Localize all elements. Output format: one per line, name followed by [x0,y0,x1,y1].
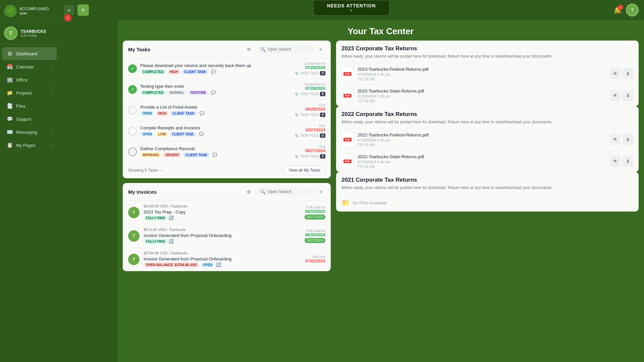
tasks-search-input[interactable] [268,47,309,52]
invoices-sort-button[interactable]: ≡ [316,187,325,196]
view-file-button[interactable]: 👁 [610,156,621,167]
file-meta: 07/29/2024 5:46 pm [358,160,606,164]
edit-profile-link[interactable]: Edit Profile [21,34,46,38]
tasks-search-box[interactable]: 🔍 [256,45,313,54]
invoice-tags: FULLY PAID 🔄 [144,216,301,221]
search-icon: 🔍 [260,189,266,194]
sidebar-item-messaging[interactable]: ✉️ Messaging › [2,126,57,138]
view-all-tasks-button[interactable]: View all My Tasks [284,166,325,175]
refresh-icon[interactable]: 🔄 [169,216,174,221]
sidebar-item-files[interactable]: 📄 Files [2,100,57,112]
invoices-filter-button[interactable]: ⚙ [244,187,254,196]
paperclip-icon: 📎 [294,71,299,75]
view-file-button[interactable]: 👁 [610,68,621,79]
file-name: 2023-Tsarbucks-Federal-Returns.pdf [358,67,606,72]
task-name: Testing type then enter [140,84,291,89]
task-checkbox[interactable] [128,106,137,115]
refresh-icon[interactable]: 🔄 [216,262,221,267]
file-info: 2022-Tsarbucks-Federal-Returns.pdf 07/29… [358,132,606,147]
tasks-filter-button[interactable]: ⚙ [244,45,254,54]
task-date-label: Due [294,145,325,148]
invoices-card-header: My Invoices ⚙ 🔍 ≡ [123,183,331,201]
collapse-sidebar-button[interactable]: « [64,5,74,15]
chevron-right-icon: › [51,78,52,82]
logo-area: 🌿 ACCOMPLISHED cpas [0,0,59,22]
task-date: 07/29/2024 [294,86,325,91]
download-file-button[interactable]: ⬇ [623,134,633,145]
task-files: 📎 TASK FILES 0 [294,92,325,96]
task-date: 09/27/2024 [294,148,325,153]
add-button[interactable]: + [77,4,89,16]
task-name: Gather Compliance Records [140,146,291,151]
task-tags: COMPLETEDNORMALFEATURE 💬 [140,90,291,95]
task-row[interactable]: Gather Compliance Records WORKINGURGENTC… [123,141,331,162]
support-icon: 💬 [7,116,13,122]
invoice-tag: FULLY PAID [144,239,167,244]
sidebar-item-office[interactable]: 🏢 Office › [2,73,57,86]
invoice-amount: $514.80 USD • Tsarbucks [144,228,301,232]
download-file-button[interactable]: ⬇ [623,156,633,167]
invoice-status-label: Past due [305,255,325,259]
needs-attention-banner[interactable]: NEEDS ATTENTION ▾ [313,0,390,16]
profile-section[interactable]: T TSARBUCKS Edit Profile [0,22,59,44]
download-file-button[interactable]: ⬇ [623,90,633,101]
file-size: 737.82 KB [358,77,606,81]
task-tag: HIGH [167,69,180,74]
sidebar-item-projects[interactable]: 📁 Projects › [2,86,57,99]
file-actions: 👁 ⬇ [610,68,633,79]
invoice-row[interactable]: T $514.80 USD • Tsarbucks Invoice Genera… [123,224,331,248]
invoices-search-input[interactable] [268,189,309,194]
sidebar-item-calendar[interactable]: 📅 Calendar › [2,60,57,73]
view-file-button[interactable]: 👁 [610,134,621,145]
tasks-list: ✓ Please download your returns and secur… [123,58,331,162]
refresh-icon[interactable]: 🔄 [169,239,174,244]
file-row: PDF 2023-Tsarbucks-Federal-Returns.pdf 0… [336,63,639,84]
invoice-meta: Past due 07/02/2024 [305,255,325,263]
sidebar-item-dashboard[interactable]: ⊞ Dashboard [2,47,57,60]
task-body: Compile Receipts and Invoices OPENLOWCLI… [140,125,291,137]
invoice-name: Invoice Generated from Proposal Onboardi… [144,256,301,261]
task-checkbox[interactable]: ✓ [128,64,137,73]
task-tag: COMPLETED [140,90,166,95]
download-file-button[interactable]: ⬇ [623,68,633,79]
tax-section-title: 2022 Corporate Tax Returns [336,106,639,120]
task-row[interactable]: ✓ Testing type then enter COMPLETEDNORMA… [123,79,331,100]
mypages-icon: 📋 [7,142,13,148]
task-row[interactable]: Provide a List of Fixed Assets OPENHIGHC… [123,100,331,121]
task-files-count: 0 [320,154,325,159]
task-tag: OPEN [140,132,154,137]
file-actions: 👁 ⬇ [610,156,633,167]
folder-icon: 📁 [341,199,350,207]
invoice-date: 07/02/2024 [305,259,325,263]
view-file-button[interactable]: 👁 [610,90,621,101]
task-checkbox[interactable]: ✓ [128,85,137,94]
invoice-row[interactable]: T $3764.80 USD • Tsarbucks Invoice Gener… [123,248,331,271]
tasks-card-header: My Tasks ⚙ 🔍 ≡ [123,41,331,58]
tasks-sort-button[interactable]: ≡ [316,45,325,54]
task-tags: OPENLOWCLIENT TASK 💬 [140,132,291,137]
task-tag: CLIENT TASK [182,69,208,74]
task-files: 📎 TASK FILES 0 [294,71,325,75]
sidebar-item-support[interactable]: 💬 Support [2,113,57,125]
sidebar-item-mypages[interactable]: 📋 My Pages › [2,139,57,152]
task-checkbox[interactable] [128,147,137,156]
content-area: My Tasks ⚙ 🔍 ≡ ✓ Please download your re… [117,41,644,362]
invoices-search-box[interactable]: 🔍 [256,188,313,196]
task-date: 08/28/2024 [294,107,325,112]
invoice-name: 2023 Tax Prep - Copy [144,209,301,215]
invoice-avatar: T [128,230,140,242]
avatar: T [4,26,17,40]
task-checkbox[interactable] [128,127,137,135]
task-meta: Due 09/27/2024 📎 TASK FILES 0 [294,145,325,159]
invoice-body: $1040.00 USD • Tsarbucks 2023 Tax Prep -… [144,204,301,221]
task-row[interactable]: Compile Receipts and Invoices OPENLOWCLI… [123,121,331,141]
task-tags: COMPLETEDHIGHCLIENT TASK 💬 [140,69,291,74]
task-files-count: 0 [320,133,325,138]
task-name: Compile Receipts and Invoices [140,125,291,130]
notifications-button[interactable]: 🔔 2 [613,6,622,14]
task-files: 📎 TASK FILES 0 [294,113,325,117]
invoice-row[interactable]: T $1040.00 USD • Tsarbucks 2023 Tax Prep… [123,201,331,224]
topbar: « + NEEDS ATTENTION ▾ ! 🔔 2 T [59,0,644,20]
task-row[interactable]: ✓ Please download your returns and secur… [123,58,331,79]
user-avatar-button[interactable]: T [626,4,639,16]
